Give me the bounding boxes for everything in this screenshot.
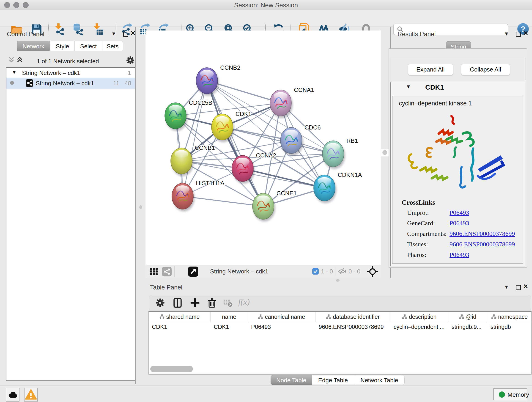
function-builder-icon[interactable]: f(x) (238, 297, 250, 307)
memory-label: Memory (507, 391, 529, 398)
node-label-CCNB1: CCNB1 (195, 144, 215, 151)
network-tree-root-row[interactable]: ▾ String Network – cdk1 1 (6, 68, 135, 78)
window-title: Session: New Session (0, 2, 532, 9)
node-label-CCNA1: CCNA1 (294, 86, 314, 93)
table-panel-float-icon[interactable] (516, 285, 521, 290)
results-panel-close-icon[interactable]: ✕ (523, 31, 528, 36)
table-cell[interactable]: stringdb (487, 322, 532, 332)
control-panel-close-icon[interactable]: ✕ (130, 31, 136, 36)
table-cell[interactable]: 9606.ENSP00000378699 (316, 322, 390, 332)
splitter-handle[interactable] (336, 279, 340, 282)
collapse-all-networks-icon[interactable] (8, 57, 15, 64)
network-node-CDK1[interactable] (211, 114, 234, 142)
cloud-status-button[interactable] (6, 388, 19, 402)
table-cell[interactable]: cyclin–dependent ... (390, 322, 448, 332)
import-network-database-icon[interactable] (72, 23, 84, 35)
tab-edge-table[interactable]: Edge Table (312, 375, 354, 385)
column-header-namespace[interactable]: namespace (487, 312, 532, 322)
toolbar-separator (48, 23, 49, 35)
warning-status-button[interactable] (24, 388, 38, 402)
import-table-icon[interactable] (92, 23, 104, 35)
network-tree-child-row[interactable]: String Network – cdk1 11 48 (6, 78, 135, 89)
hidden-eye-icon[interactable] (338, 268, 347, 276)
network-collection-label: String Network – cdk1 (22, 70, 80, 77)
add-column-icon[interactable] (190, 298, 201, 308)
table-cell[interactable]: stringdb:9... (448, 322, 487, 332)
table-gear-icon[interactable] (155, 298, 166, 308)
crosslink-value-link[interactable]: P06493 (450, 220, 469, 227)
expand-all-button[interactable]: Expand All (408, 64, 453, 75)
tree-expand-icon[interactable]: ▾ (13, 69, 16, 75)
tab-sets[interactable]: Sets (102, 41, 123, 51)
network-node-HIST1H1A[interactable] (172, 183, 195, 211)
birdseye-view-icon[interactable] (367, 266, 378, 278)
splitter-handle[interactable] (139, 205, 142, 209)
column-header-shared-name[interactable]: shared name (149, 312, 210, 322)
control-panel-float-icon[interactable] (123, 32, 128, 37)
gene-symbol: CDK1 (425, 83, 444, 91)
crosslink-value-link[interactable]: 9606.ENSP00000378699 (450, 241, 515, 248)
network-node-CCNE1[interactable] (253, 193, 275, 221)
column-header-database-identifier[interactable]: database identifier (316, 312, 390, 322)
table-cell[interactable]: CDK1 (149, 322, 210, 332)
network-node-CCNB2[interactable] (196, 68, 219, 96)
import-network-file-icon[interactable] (53, 23, 66, 35)
crosslink-value-link[interactable]: P06493 (450, 251, 469, 259)
delete-table-icon[interactable] (223, 298, 234, 308)
network-node-CCNA1[interactable] (270, 90, 293, 118)
table-panel-close-icon[interactable]: ✕ (523, 284, 528, 289)
column-header--id[interactable]: @id (448, 312, 487, 322)
column-header-canonical-name[interactable]: canonical name (248, 312, 316, 322)
show-columns-icon[interactable] (172, 298, 183, 308)
panel-divider (135, 27, 136, 384)
application-window: Session: New Session (0, 0, 532, 402)
crosslink-row: Pharos:P06493 (407, 251, 522, 259)
crosslink-value-link[interactable]: 9606.ENSP00000378699 (450, 230, 515, 237)
gene-description: cyclin–dependent kinase 1 (399, 100, 472, 107)
column-header-name[interactable]: name (210, 312, 248, 322)
tab-style[interactable]: Style (50, 41, 75, 51)
grid-view-icon[interactable] (150, 267, 158, 277)
network-node-RB1[interactable] (322, 141, 345, 169)
network-node-CDKN1A[interactable] (314, 175, 336, 203)
node-label-HIST1H1A: HIST1H1A (196, 180, 225, 186)
table-cell[interactable]: CDK1 (210, 322, 248, 332)
tab-network-table[interactable]: Network Table (354, 375, 405, 385)
table-panel-collapse-icon[interactable]: ▾ (505, 284, 508, 289)
crosslink-label: Tissues: (407, 241, 450, 248)
horizontal-scrollbar[interactable] (150, 366, 193, 372)
network-node-CCNB1[interactable] (171, 148, 193, 176)
network-selected-status: 1 of 1 Network selected (37, 58, 99, 65)
network-node-CCNA2[interactable] (232, 155, 254, 184)
results-panel-float-icon[interactable] (516, 32, 521, 37)
network-list: ▾ String Network – cdk1 1 String Network… (6, 67, 136, 381)
tab-node-table[interactable]: Node Table (271, 375, 312, 385)
node-label-CDK1: CDK1 (235, 110, 251, 117)
column-header-description[interactable]: description (390, 312, 448, 322)
collapse-all-button[interactable]: Collapse All (461, 64, 510, 75)
column-mapping-icon (459, 314, 464, 319)
crosslink-label: Uniprot: (407, 209, 450, 216)
table-row[interactable]: CDK1CDK1P064939606.ENSP00000378699cyclin… (149, 322, 531, 332)
crosslink-value-link[interactable]: P06493 (450, 209, 469, 216)
tab-network[interactable]: Network (17, 41, 50, 51)
tab-select[interactable]: Select (75, 41, 102, 51)
delete-column-trash-icon[interactable] (207, 298, 218, 308)
network-options-gear-icon[interactable] (126, 56, 135, 66)
network-node-CDC6[interactable] (280, 128, 303, 156)
control-panel-collapse-icon[interactable]: ▾ (112, 31, 115, 36)
splitter-handle[interactable] (381, 149, 389, 157)
detach-view-icon[interactable] (188, 267, 198, 278)
table-cell[interactable]: P06493 (248, 322, 316, 332)
gene-collapse-icon[interactable]: ▾ (407, 83, 410, 90)
network-share-view-icon[interactable] (162, 267, 172, 277)
results-panel-collapse-icon[interactable]: ▾ (505, 31, 508, 36)
selected-checkbox-icon[interactable] (312, 268, 319, 275)
memory-button[interactable]: Memory (493, 388, 527, 400)
expand-all-networks-icon[interactable] (17, 57, 23, 64)
results-panel-title: Results Panel (398, 31, 436, 38)
memory-status-icon (499, 391, 505, 398)
node-label-CDKN1A: CDKN1A (338, 172, 362, 178)
crosslink-label: GeneCard: (407, 220, 450, 227)
network-canvas[interactable]: CCNB2CCNA1CDC25BCDK1CDC6RB1CCNB1CCNA2CDK… (146, 31, 381, 265)
